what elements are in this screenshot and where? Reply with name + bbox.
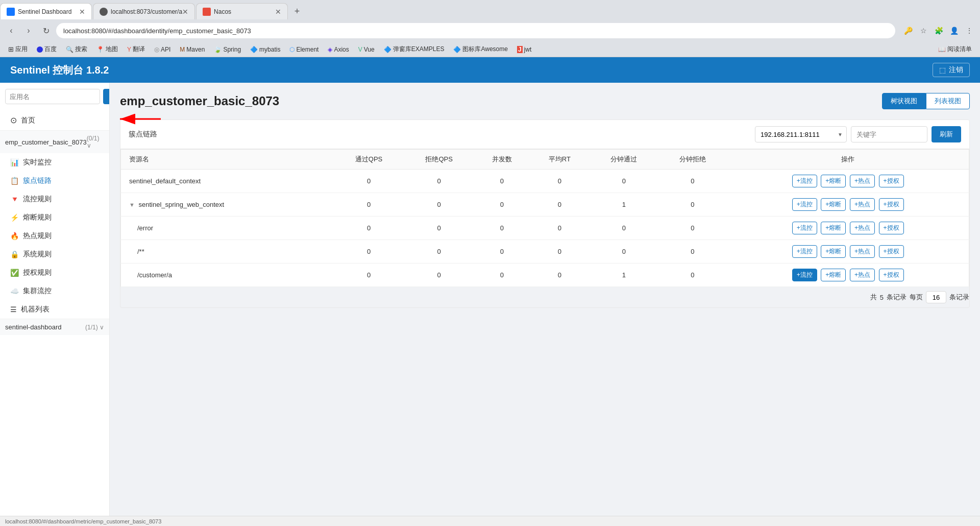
tab-close-nacos[interactable]: ✕	[275, 8, 281, 16]
examples-icon: 🔷	[384, 46, 391, 53]
resource-name-cell: /customer/a	[121, 264, 334, 287]
sidebar-item-home[interactable]: ⊙ 首页	[0, 110, 109, 130]
auth-btn-4[interactable]: +授权	[879, 245, 904, 258]
concurrency-cell: 0	[474, 193, 530, 217]
refresh-button[interactable]: 刷新	[932, 126, 961, 142]
bookmark-popup-examples[interactable]: 🔷 弹窗库EXAMPLES	[380, 43, 449, 56]
min-reject-cell: 0	[658, 170, 727, 193]
bookmark-reading-list[interactable]: 📖 阅读清单	[934, 43, 976, 56]
sidebar-machine-list-label: 机器列表	[21, 305, 50, 314]
bookmark-api[interactable]: ◎ API	[150, 43, 175, 56]
bookmark-reading-label: 阅读清单	[947, 45, 972, 54]
menu-icon[interactable]: ⋮	[963, 24, 976, 37]
bookmark-baidu[interactable]: 百度	[33, 43, 61, 56]
min-pass-cell: 1	[590, 264, 658, 287]
bookmark-map[interactable]: 📍 地图	[92, 43, 122, 56]
reload-button[interactable]: ↻	[39, 23, 53, 38]
collapse-icon[interactable]: ▼	[129, 202, 135, 208]
machine-icon: ☰	[10, 305, 17, 314]
translate-icon: Y	[127, 46, 131, 53]
resource-name-cell: /error	[121, 217, 334, 240]
bookmark-mybatis[interactable]: 🔷 mybatis	[246, 43, 284, 56]
flow-btn-4[interactable]: +流控	[792, 245, 817, 258]
bookmark-maven[interactable]: M Maven	[176, 43, 209, 56]
hot-btn-1[interactable]: +热点	[850, 175, 875, 187]
flow-btn-5[interactable]: +流控	[792, 269, 817, 281]
apps-icon: ⊞	[8, 45, 14, 53]
reject-qps-cell: 0	[404, 240, 474, 264]
flow-btn-2[interactable]: +流控	[792, 198, 817, 211]
fuse-btn-3[interactable]: +熔断	[821, 222, 846, 234]
sidebar-item-auth-rules[interactable]: ✅ 授权规则	[0, 264, 109, 282]
fuse-btn-5[interactable]: +熔断	[821, 269, 846, 281]
key-icon[interactable]: 🔑	[901, 24, 915, 37]
star-icon[interactable]: ☆	[917, 24, 930, 37]
keyword-input[interactable]	[851, 126, 927, 142]
bookmark-apps[interactable]: ⊞ 应用	[4, 43, 32, 56]
sidebar-item-machine-list[interactable]: ☰ 机器列表	[0, 300, 109, 319]
tab-localhost[interactable]: localhost:8073/customer/a ✕	[93, 3, 195, 19]
bookmark-element[interactable]: ⬡ Element	[285, 43, 323, 56]
new-tab-button[interactable]: +	[289, 3, 305, 19]
auth-btn-2[interactable]: +授权	[879, 198, 904, 211]
resource-name-text: sentinel_default_context	[129, 177, 201, 185]
tab-sentinel[interactable]: Sentinel Dashboard ✕	[0, 3, 92, 19]
sidebar-group1-count: (0/1) ∨	[87, 135, 104, 149]
bookmark-vue[interactable]: V Vue	[354, 43, 379, 56]
auth-btn-1[interactable]: +授权	[879, 175, 904, 187]
flow-btn-3[interactable]: +流控	[792, 222, 817, 234]
sidebar-item-hot-rules[interactable]: 🔥 热点规则	[0, 227, 109, 245]
bookmark-spring[interactable]: 🍃 Spring	[210, 43, 245, 56]
bookmark-search[interactable]: 🔍 搜索	[62, 43, 91, 56]
tab-label-sentinel: Sentinel Dashboard	[18, 8, 71, 15]
per-page-unit: 条记录	[949, 293, 969, 302]
logout-button[interactable]: ⬚ 注销	[933, 63, 970, 77]
hot-btn-5[interactable]: +热点	[850, 269, 875, 281]
list-view-button[interactable]: 列表视图	[926, 93, 970, 109]
avg-rt-cell: 0	[530, 240, 590, 264]
extensions-icon[interactable]: 🧩	[932, 24, 945, 37]
sidebar-home-label: 首页	[21, 116, 35, 125]
hot-btn-3[interactable]: +热点	[850, 222, 875, 234]
auth-btn-3[interactable]: +授权	[879, 222, 904, 234]
nacos-tab-icon	[203, 8, 211, 16]
sidebar-item-flow-rules[interactable]: 🔻 流控规则	[0, 190, 109, 208]
table-section: 簇点链路 192.168.211.1:8111 刷新	[120, 119, 970, 308]
sidebar-group1-header[interactable]: emp_customer_basic_8073 (0/1) ∨	[0, 131, 109, 153]
sidebar-group2-header[interactable]: sentinel-dashboard (1/1) ∨	[0, 319, 109, 335]
tab-close-sentinel[interactable]: ✕	[79, 8, 85, 16]
forward-button[interactable]: ›	[21, 23, 36, 38]
sidebar-item-system-rules[interactable]: 🔒 系统规则	[0, 245, 109, 264]
hot-btn-2[interactable]: +热点	[850, 198, 875, 211]
bookmark-axios-label: Axios	[334, 46, 349, 53]
sidebar-item-cluster-flow[interactable]: ☁️ 集群流控	[0, 282, 109, 300]
back-button[interactable]: ‹	[4, 23, 18, 38]
address-input[interactable]	[56, 23, 895, 38]
pass-qps-cell: 0	[334, 193, 404, 217]
tab-nacos[interactable]: Nacos ✕	[196, 3, 288, 19]
hot-btn-4[interactable]: +热点	[850, 245, 875, 258]
bookmark-translate[interactable]: Y 翻译	[123, 43, 149, 56]
tree-view-button[interactable]: 树状视图	[882, 93, 926, 109]
fuse-btn-2[interactable]: +熔断	[821, 198, 846, 211]
app-search-input[interactable]	[5, 89, 100, 104]
profile-icon[interactable]: 👤	[947, 24, 961, 37]
bookmark-axios[interactable]: ◈ Axios	[324, 43, 353, 56]
fuse-btn-4[interactable]: +熔断	[821, 245, 846, 258]
app-search-button[interactable]: 搜索	[103, 89, 110, 104]
sidebar-item-degrade-rules[interactable]: ⚡ 熔断规则	[0, 208, 109, 227]
page-size-input[interactable]	[926, 291, 946, 303]
cloud-icon: ☁️	[10, 287, 19, 295]
bookmark-awesome[interactable]: 🔷 图标库Awesome	[449, 43, 511, 56]
flow-btn-1[interactable]: +流控	[792, 175, 817, 187]
sidebar-item-realtime[interactable]: 📊 实时监控	[0, 153, 109, 172]
pass-qps-cell: 0	[334, 170, 404, 193]
fuse-btn-1[interactable]: +熔断	[821, 175, 846, 187]
auth-btn-5[interactable]: +授权	[879, 269, 904, 281]
bookmark-vue-label: Vue	[364, 46, 375, 53]
bookmark-jwt[interactable]: J jwt	[513, 43, 535, 56]
tab-close-localhost[interactable]: ✕	[182, 8, 188, 16]
main-layout: 搜索 ⊙ 首页 emp_customer_basic_8073 (0/1) ∨ …	[0, 83, 980, 516]
sidebar-item-cluster-node[interactable]: 📋 簇点链路	[0, 172, 109, 190]
ip-select[interactable]: 192.168.211.1:8111	[755, 126, 847, 142]
